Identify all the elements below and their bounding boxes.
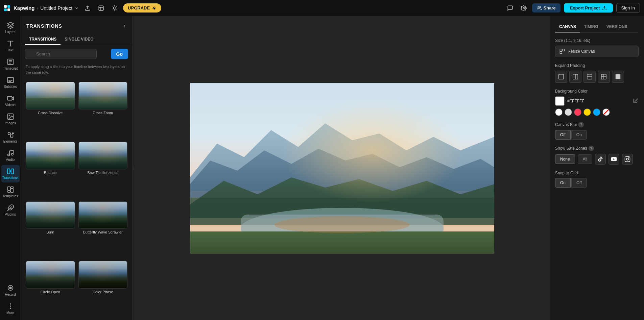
search-wrap — [25, 49, 108, 59]
transition-thumb — [78, 201, 128, 229]
images-icon — [7, 113, 14, 120]
safe-zones-section: Show Safe Zones ? None All — [555, 146, 639, 165]
tab-versions[interactable]: VERSIONS — [602, 22, 631, 32]
padding-btn-3[interactable] — [583, 71, 596, 83]
svg-rect-41 — [10, 187, 13, 189]
transition-tile-burn[interactable]: Burn — [26, 201, 75, 258]
tab-canvas[interactable]: CANVAS — [555, 22, 580, 32]
safe-zone-tiktok[interactable] — [595, 154, 606, 165]
share-button[interactable]: Share — [532, 3, 560, 13]
project-breadcrumb: Kapwing › Untitled Project — [14, 5, 79, 11]
settings-button[interactable] — [519, 3, 529, 13]
transition-tile-color-phase[interactable]: Color Phase — [78, 261, 128, 317]
snap-off-button[interactable]: Off — [571, 178, 587, 188]
color-hex-value: #FFFFFF — [567, 99, 630, 103]
project-settings-button[interactable] — [96, 3, 106, 13]
plugins-icon — [7, 204, 14, 212]
padding-btn-5[interactable] — [612, 71, 624, 83]
sidebar-item-audio[interactable]: Audio — [1, 147, 20, 164]
color-preset-transparent[interactable] — [602, 108, 610, 116]
export-button[interactable]: Export Project — [564, 3, 613, 13]
safe-zones-label: Show Safe Zones — [555, 146, 587, 151]
padding-btn-2[interactable] — [569, 71, 581, 83]
safe-zones-help[interactable]: ? — [589, 146, 594, 151]
tab-timing[interactable]: TIMING — [580, 22, 602, 32]
panel-search: Go — [21, 45, 132, 63]
blur-toggle-group: Off On — [555, 130, 639, 140]
svg-rect-63 — [190, 83, 494, 184]
transition-tile-butterfly-wave[interactable]: Butterfly Wave Scrawler — [78, 201, 128, 258]
panel-hint: To apply, drag a tile into your timeline… — [21, 63, 132, 79]
panel-title: TRANSITIONS — [26, 23, 62, 29]
project-name[interactable]: Untitled Project — [40, 5, 72, 11]
transition-tile-cross-dissolve[interactable]: Cross Dissolve — [26, 82, 75, 138]
edit-icon — [633, 98, 638, 103]
safe-zone-none-button[interactable]: None — [555, 154, 575, 164]
color-row: #FFFFFF — [555, 96, 639, 106]
app-logo[interactable] — [4, 5, 10, 11]
comments-button[interactable] — [505, 3, 515, 13]
upgrade-button[interactable]: UPGRADE — [123, 3, 161, 13]
svg-rect-28 — [7, 97, 12, 100]
svg-point-35 — [7, 154, 9, 156]
svg-rect-40 — [7, 187, 10, 190]
sidebar-item-plugins[interactable]: Plugins — [1, 201, 20, 219]
svg-point-31 — [9, 115, 10, 116]
sidebar-item-more[interactable]: More — [1, 300, 20, 317]
transitions-panel: TRANSITIONS ‹ TRANSITIONS SINGLE VIDEO G… — [21, 16, 133, 320]
color-preset-red[interactable] — [574, 108, 581, 116]
color-swatch[interactable] — [555, 96, 565, 106]
snap-on-button[interactable]: On — [555, 178, 571, 188]
safe-zone-all-button[interactable]: All — [578, 154, 592, 164]
transition-thumb — [26, 82, 75, 109]
transition-tile-bounce[interactable]: Bounce — [26, 142, 75, 198]
safe-zone-youtube[interactable] — [609, 154, 619, 165]
canvas-blur-help[interactable]: ? — [578, 122, 584, 127]
panel-close-button[interactable]: ‹ — [122, 21, 127, 31]
transition-thumb — [78, 142, 128, 169]
svg-point-47 — [9, 287, 11, 289]
upload-button[interactable] — [82, 3, 93, 13]
safe-zone-instagram[interactable] — [622, 154, 633, 165]
canvas-preview — [190, 83, 494, 254]
color-preset-yellow[interactable] — [583, 108, 591, 116]
search-go-button[interactable]: Go — [111, 49, 128, 59]
padding-icon-5 — [615, 74, 621, 80]
sidebar-item-images[interactable]: Images — [1, 110, 20, 128]
color-preset-white[interactable] — [555, 108, 563, 116]
color-preset-blue[interactable] — [593, 108, 600, 116]
color-edit-button[interactable] — [633, 98, 639, 105]
sidebar-item-text[interactable]: Text — [1, 37, 20, 55]
blur-on-button[interactable]: On — [571, 130, 587, 140]
sidebar-item-record[interactable]: Record — [1, 281, 20, 299]
canvas-blur-section: Canvas Blur ? Off On — [555, 122, 639, 140]
panel-tabs: TRANSITIONS SINGLE VIDEO — [21, 34, 132, 45]
tab-single-video[interactable]: SINGLE VIDEO — [61, 34, 97, 45]
resize-canvas-button[interactable]: Resize Canvas — [555, 46, 639, 57]
transition-thumb — [78, 261, 128, 289]
chevron-down-icon[interactable] — [74, 6, 79, 10]
padding-btn-4[interactable] — [598, 71, 610, 83]
panel-header: TRANSITIONS ‹ — [21, 16, 132, 34]
sidebar-item-videos[interactable]: Videos — [1, 92, 20, 109]
search-input[interactable] — [25, 49, 97, 59]
sidebar-item-subtitles[interactable]: Subtitles — [1, 74, 20, 91]
sidebar-item-elements[interactable]: Elements — [1, 128, 20, 146]
tab-transitions[interactable]: TRANSITIONS — [25, 34, 61, 45]
sidebar-item-templates[interactable]: Templates — [1, 183, 20, 201]
transition-tile-bow-tie[interactable]: Bow Tie Horizontal — [78, 142, 128, 198]
sidebar-item-transitions[interactable]: Transitions — [1, 165, 20, 182]
transcript-icon — [7, 58, 14, 66]
blur-off-button[interactable]: Off — [555, 130, 571, 140]
transitions-grid: Cross Dissolve Cross Zoom Bounce — [21, 79, 132, 320]
sidebar-item-transcript[interactable]: Transcript — [1, 55, 20, 73]
theme-toggle-button[interactable] — [110, 3, 120, 13]
transition-tile-cross-zoom[interactable]: Cross Zoom — [78, 82, 128, 138]
padding-btn-1[interactable] — [555, 71, 567, 83]
signin-button[interactable]: Sign In — [616, 3, 640, 13]
transition-label: Butterfly Wave Scrawler — [83, 230, 123, 234]
transition-tile-circle-open[interactable]: Circle Open — [26, 261, 75, 317]
color-preset-lightgray[interactable] — [565, 108, 572, 116]
svg-marker-34 — [12, 132, 14, 134]
sidebar-item-layers[interactable]: Layers — [1, 19, 20, 36]
